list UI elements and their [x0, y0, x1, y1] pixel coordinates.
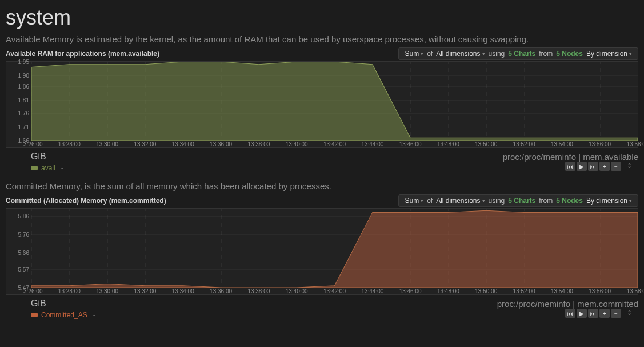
x-tick: 13:48:00	[437, 288, 459, 294]
forward-button[interactable]: ⏭	[588, 162, 598, 171]
chart-title: Committed (Allocated) Memory (mem.commit…	[6, 197, 166, 205]
x-tick: 13:30:00	[96, 288, 118, 294]
x-tick: 13:32:00	[134, 141, 156, 147]
x-tick: 13:52:00	[513, 288, 535, 294]
x-tick: 13:56:00	[589, 141, 611, 147]
chart-description: Available Memory is estimated by the ker…	[6, 34, 638, 44]
source-label: proc:/proc/meminfo | mem.committed	[497, 299, 638, 309]
charts-count[interactable]: 5 Charts	[508, 50, 535, 58]
zoom-in-button[interactable]: +	[599, 309, 610, 318]
y-tick: 1.90	[6, 72, 29, 78]
groupby-dropdown[interactable]: By dimension ▾	[586, 50, 632, 58]
legend-swatch	[31, 166, 38, 170]
zoom-out-button[interactable]: −	[611, 309, 621, 318]
y-tick: 5.66	[6, 250, 29, 256]
chevron-down-icon: ▾	[629, 51, 632, 57]
from-label: from	[539, 197, 553, 205]
legend-value: -	[93, 311, 95, 319]
using-label: using	[489, 50, 505, 58]
x-tick: 13:42:00	[323, 288, 346, 294]
groupby-dropdown[interactable]: By dimension ▾	[586, 197, 632, 205]
x-tick: 13:42:00	[323, 141, 346, 147]
x-tick: 13:46:00	[399, 141, 422, 147]
rewind-button[interactable]: ⏮	[565, 162, 575, 171]
x-tick: 13:58:00	[627, 288, 644, 294]
y-tick: 1.95	[6, 59, 29, 65]
x-tick: 13:34:00	[172, 141, 194, 147]
x-tick: 13:46:00	[399, 288, 422, 294]
play-button[interactable]: ▶	[577, 309, 587, 318]
chart-description: Committed Memory, is the sum of all memo…	[6, 181, 638, 191]
chart-title: Available RAM for applications (mem.avai…	[6, 50, 159, 58]
x-tick: 13:54:00	[551, 288, 573, 294]
chart-toolbar: Sum ▾ofAll dimensions ▾using5 Chartsfrom…	[398, 194, 638, 207]
resize-handle[interactable]: ⇕	[627, 162, 635, 170]
x-tick: 13:26:00	[21, 288, 43, 294]
x-tick: 13:34:00	[172, 288, 194, 294]
x-tick: 13:44:00	[361, 288, 383, 294]
y-tick: 1.81	[6, 97, 29, 103]
legend-label: Committed_AS	[41, 311, 87, 319]
page-title: system	[6, 6, 638, 30]
chart-plot[interactable]: 5.475.575.665.765.8613:26:0013:28:0013:3…	[6, 208, 638, 295]
y-tick: 1.71	[6, 124, 29, 130]
x-tick: 13:54:00	[551, 141, 573, 147]
rewind-button[interactable]: ⏮	[565, 309, 575, 318]
zoom-out-button[interactable]: −	[611, 162, 621, 171]
x-tick: 13:40:00	[286, 288, 308, 294]
x-tick: 13:58:00	[627, 141, 644, 147]
unit-label: GiB	[31, 298, 46, 309]
legend-value: -	[61, 164, 63, 172]
of-label: of	[427, 50, 433, 58]
chart-plot[interactable]: 1.661.711.761.811.861.901.9513:26:0013:2…	[6, 61, 638, 148]
of-label: of	[427, 197, 433, 205]
chevron-down-icon: ▾	[421, 198, 423, 204]
agg-dropdown[interactable]: Sum ▾	[405, 50, 423, 58]
x-tick: 13:48:00	[437, 141, 459, 147]
x-tick: 13:38:00	[247, 288, 270, 294]
forward-button[interactable]: ⏭	[588, 309, 598, 318]
using-label: using	[489, 197, 505, 205]
y-tick: 5.76	[6, 231, 29, 237]
x-tick: 13:30:00	[96, 141, 118, 147]
dimensions-dropdown[interactable]: All dimensions ▾	[436, 50, 485, 58]
chevron-down-icon: ▾	[482, 51, 485, 57]
agg-dropdown[interactable]: Sum ▾	[405, 197, 423, 205]
y-tick: 1.86	[6, 83, 29, 89]
x-tick: 13:38:00	[247, 141, 270, 147]
x-tick: 13:56:00	[589, 288, 611, 294]
x-tick: 13:36:00	[210, 141, 232, 147]
legend-swatch	[31, 313, 38, 317]
x-tick: 13:32:00	[134, 288, 156, 294]
source-label: proc:/proc/meminfo | mem.available	[503, 152, 638, 162]
unit-label: GiB	[31, 151, 46, 162]
chart-toolbar: Sum ▾ofAll dimensions ▾using5 Chartsfrom…	[398, 47, 638, 60]
nodes-count[interactable]: 5 Nodes	[556, 197, 583, 205]
x-tick: 13:26:00	[21, 141, 43, 147]
x-tick: 13:52:00	[513, 141, 535, 147]
x-tick: 13:40:00	[286, 141, 308, 147]
x-tick: 13:44:00	[361, 141, 383, 147]
x-tick: 13:50:00	[475, 141, 497, 147]
x-tick: 13:50:00	[475, 288, 497, 294]
legend-label: avail	[41, 164, 55, 172]
dimensions-dropdown[interactable]: All dimensions ▾	[436, 197, 485, 205]
resize-handle[interactable]: ⇕	[627, 309, 635, 317]
chevron-down-icon: ▾	[629, 198, 632, 204]
nodes-count[interactable]: 5 Nodes	[556, 50, 583, 58]
chevron-down-icon: ▾	[482, 198, 485, 204]
chevron-down-icon: ▾	[421, 51, 423, 57]
y-tick: 1.76	[6, 110, 29, 117]
x-tick: 13:28:00	[58, 141, 81, 147]
x-tick: 13:28:00	[58, 288, 81, 294]
charts-count[interactable]: 5 Charts	[508, 197, 535, 205]
from-label: from	[539, 50, 553, 58]
play-button[interactable]: ▶	[577, 162, 587, 171]
y-tick: 5.86	[6, 213, 29, 219]
y-tick: 5.57	[6, 266, 29, 272]
zoom-in-button[interactable]: +	[599, 162, 610, 171]
x-tick: 13:36:00	[210, 288, 232, 294]
